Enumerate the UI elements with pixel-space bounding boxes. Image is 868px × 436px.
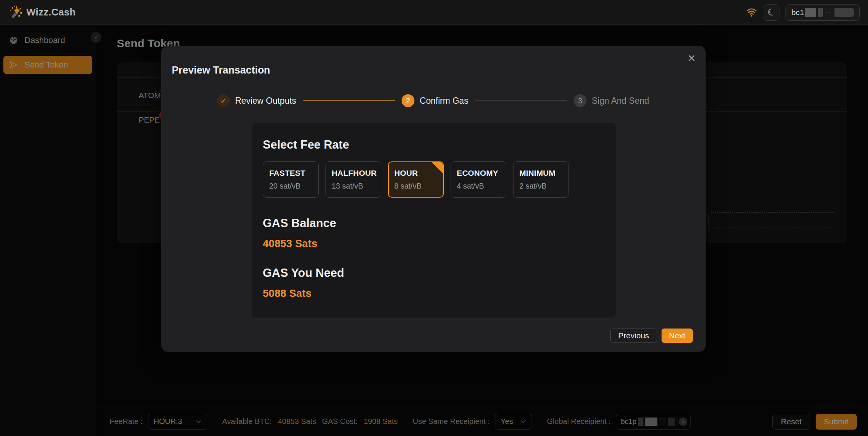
fee-option-minimum[interactable]: MINIMUM 2 sat/vB [513,161,569,198]
header-actions: ☾ bc1 ·· [746,4,860,21]
wallet-address-pill[interactable]: bc1 ·· [785,4,860,21]
next-button[interactable]: Next [662,329,693,343]
fee-option-economy[interactable]: ECONOMY 4 sat/vB [451,161,506,198]
step-1-label: Review Outputs [235,96,296,106]
gas-need-value: 5088 Sats [263,287,604,299]
step-connector-done [303,100,395,101]
address-redaction-block [805,8,816,17]
address-ellipsis: ·· [826,9,831,16]
fee-option-name: FASTEST [269,169,318,178]
fee-option-rate: 8 sat/vB [394,182,443,190]
app-header: Wizz.Cash ☾ bc1 ·· [0,0,868,25]
modal-title: Preview Transaction [172,64,706,76]
step-2-circle: 2 [402,94,414,107]
fee-option-name: ECONOMY [457,169,506,178]
fee-option-rate: 4 sat/vB [457,182,506,190]
modal-actions: Previous Next [610,329,693,343]
confirm-gas-panel: Select Fee Rate FASTEST 20 sat/vB HALFHO… [252,123,616,318]
gas-balance-label: GAS Balance [263,216,604,230]
magic-wand-icon [8,6,22,19]
step-3-label: Sign And Send [592,96,649,106]
previous-button[interactable]: Previous [610,329,657,343]
modal-close-button[interactable]: ✕ [687,52,696,64]
app-logo: Wizz.Cash [8,6,76,19]
gas-balance-value: 40853 Sats [263,238,604,250]
app-title: Wizz.Cash [26,6,76,18]
step-2-label: Confirm Gas [420,96,468,106]
moon-icon: ☾ [766,6,776,18]
fee-option-halfhour[interactable]: HALFHOUR 13 sat/vB [326,161,381,198]
step-3-circle: 3 [574,94,587,107]
fee-option-rate: 2 sat/vB [520,182,568,190]
address-redaction-block [818,8,823,17]
fee-option-name: HALFHOUR [332,169,381,178]
wifi-icon [746,8,757,17]
fee-option-rate: 13 sat/vB [332,182,381,190]
fee-rate-options: FASTEST 20 sat/vB HALFHOUR 13 sat/vB HOU… [263,161,604,198]
fee-option-rate: 20 sat/vB [269,182,318,190]
step-1-circle: ✓ [217,94,230,107]
wallet-address-text: bc1 [791,8,804,17]
check-icon: ✓ [220,97,226,105]
fee-option-fastest[interactable]: FASTEST 20 sat/vB [263,161,319,198]
fee-section-title: Select Fee Rate [263,138,604,152]
close-icon: ✕ [687,53,696,64]
address-redaction-block [834,8,854,17]
step-connector-pending [475,100,567,101]
fee-option-hour-selected[interactable]: HOUR 8 sat/vB [388,161,444,198]
theme-toggle-button[interactable]: ☾ [763,4,779,21]
selected-corner-flag [432,162,443,173]
screen: Wizz.Cash ☾ bc1 ·· [0,0,868,436]
preview-transaction-modal: ✕ Preview Transaction ✓ Review Outputs 2… [161,46,706,352]
transaction-stepper: ✓ Review Outputs 2 Confirm Gas 3 Sign An… [217,94,649,107]
gas-need-label: GAS You Need [263,266,604,280]
fee-option-name: MINIMUM [520,169,568,178]
